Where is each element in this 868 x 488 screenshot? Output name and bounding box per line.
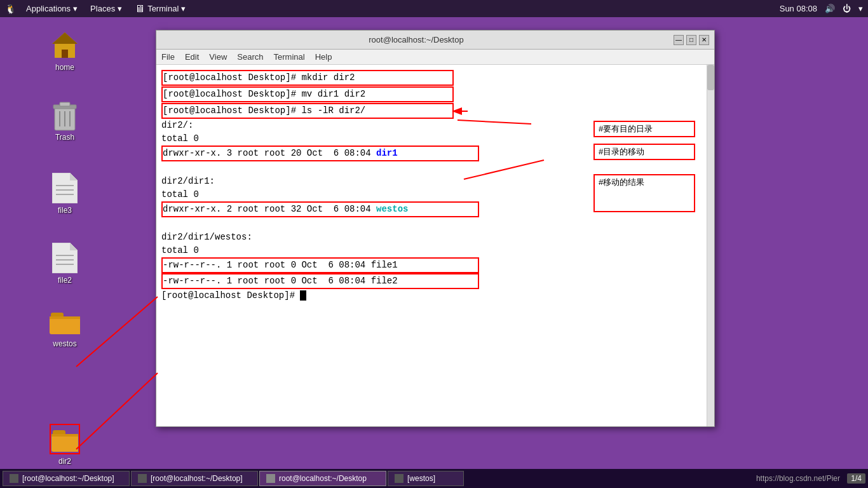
taskbar-item-2[interactable]: [root@localhost:~/Desktop] (131, 471, 258, 486)
trash-svg (50, 98, 80, 132)
taskbar-page: 1/4 (847, 473, 865, 484)
westos-folder-icon (50, 306, 80, 337)
terminal-label: Terminal (147, 4, 179, 13)
taskbar-url: https://blog.csdn.net/Pier 1/4 (756, 474, 865, 483)
cmd-line-2: [root@localhost Desktop]# mv dir1 dir2 (161, 86, 454, 102)
svg-rect-2 (62, 50, 68, 58)
file2-icon (50, 243, 80, 273)
close-button[interactable]: ✕ (699, 35, 709, 45)
topbar: 🐧 Applications ▾ Places ▾ 🖥 Terminal ▾ S… (0, 0, 868, 17)
annotation-1: #要有目的日录 (593, 121, 695, 137)
places-label: Places (90, 4, 115, 13)
terminal-window: root@localhost:~/Desktop — □ ✕ File Edit… (156, 30, 715, 427)
prompt-line: [root@localhost Desktop]# (161, 289, 709, 302)
menu-search[interactable]: Search (237, 52, 263, 62)
taskbar-icon-1 (10, 474, 18, 483)
menu-view[interactable]: View (209, 52, 227, 62)
taskbar-item-3[interactable]: root@localhost:~/Desktop (259, 471, 386, 486)
terminal-titlebar: root@localhost:~/Desktop — □ ✕ (156, 30, 714, 50)
annotation-2: #目录的移动 (593, 144, 695, 160)
taskbar-item-1[interactable]: [root@localhost:~/Desktop] (3, 471, 130, 486)
datetime: Sun 08:08 (780, 4, 817, 13)
taskbar: [root@localhost:~/Desktop] [root@localho… (0, 469, 868, 488)
desktop-icon-trash[interactable]: Trash (33, 100, 97, 142)
desktop-icon-file3[interactable]: file3 (33, 173, 97, 215)
maximize-button[interactable]: □ (686, 35, 696, 45)
svg-rect-20 (50, 316, 80, 334)
topbar-right: Sun 08:08 🔊 ⏻ ▾ (780, 4, 863, 13)
applications-label: Applications (26, 4, 71, 13)
places-chevron: ▾ (118, 4, 122, 13)
dir2-folder-svg (51, 425, 78, 453)
dir2-label: dir2 (58, 457, 71, 466)
scrollbar[interactable] (707, 65, 714, 426)
taskbar-label-1: [root@localhost:~/Desktop] (22, 474, 114, 483)
topbar-chevron: ▾ (858, 4, 863, 13)
terminal-chevron: ▾ (181, 4, 186, 13)
home-icon (50, 30, 80, 60)
volume-icon: 🔊 (825, 4, 835, 13)
output-line-8: total 0 (161, 244, 709, 257)
file2-svg (52, 243, 78, 273)
desktop-icon-file2[interactable]: file2 (33, 243, 97, 285)
taskbar-label-3: root@localhost:~/Desktop (279, 474, 367, 483)
file3-icon (50, 173, 80, 203)
taskbar-icon-3 (266, 474, 275, 483)
power-icon: ⏻ (843, 4, 851, 13)
file3-label: file3 (58, 206, 72, 215)
output-blank-1 (161, 161, 709, 175)
topbar-left: 🐧 Applications ▾ Places ▾ 🖥 Terminal ▾ (5, 2, 191, 16)
output-line-3: drwxr-xr-x. 3 root root 20 Oct 6 08:04 d… (161, 146, 479, 161)
file2-label: file2 (58, 276, 72, 285)
svg-rect-5 (60, 102, 70, 106)
taskbar-icon-4 (395, 474, 403, 483)
scrollbar-thumb[interactable] (707, 65, 714, 90)
output-line-10: -rw-r--r--. 1 root root 0 Oct 6 08:04 fi… (161, 273, 479, 289)
dir2-folder-icon (50, 424, 80, 454)
cmd-line-1: [root@localhost Desktop]# mkdir dir2 (161, 70, 454, 86)
menu-help[interactable]: Help (315, 52, 332, 62)
cursor (300, 290, 306, 301)
terminal-menubar: File Edit View Search Terminal Help (156, 50, 714, 65)
svg-rect-21 (50, 316, 80, 319)
applications-menu[interactable]: Applications ▾ (21, 3, 83, 15)
taskbar-label-2: [root@localhost:~/Desktop] (151, 474, 243, 483)
westos-label: westos (53, 339, 76, 348)
window-buttons: — □ ✕ (671, 35, 709, 45)
home-svg (50, 30, 80, 60)
menu-edit[interactable]: Edit (185, 52, 199, 62)
trash-icon (50, 100, 80, 130)
applications-chevron: ▾ (73, 4, 78, 13)
cmd-line-3: [root@localhost Desktop]# ls -lR dir2/ (161, 103, 454, 119)
minimize-button[interactable]: — (674, 35, 684, 45)
desktop-icon-home[interactable]: home (33, 30, 97, 72)
annotation-3: #移动的结果 (593, 174, 695, 212)
desktop-icon-westos[interactable]: westos (33, 306, 97, 348)
westos-folder-svg (50, 308, 80, 336)
menu-file[interactable]: File (161, 52, 175, 62)
taskbar-item-4[interactable]: [westos] (388, 471, 464, 486)
file3-svg (52, 173, 78, 203)
output-line-7: dir2/dir1/westos: (161, 231, 709, 244)
svg-rect-24 (51, 434, 78, 437)
output-line-6: drwxr-xr-x. 2 root root 32 Oct 6 08:04 w… (161, 201, 479, 217)
taskbar-label-4: [westos] (407, 474, 435, 483)
output-blank-2 (161, 217, 709, 231)
terminal-title: root@localhost:~/Desktop (161, 35, 671, 44)
distro-icon: 🐧 (5, 4, 16, 14)
output-line-9: -rw-r--r--. 1 root root 0 Oct 6 08:04 fi… (161, 257, 479, 273)
terminal-menu[interactable]: 🖥 Terminal ▾ (130, 2, 191, 16)
menu-terminal[interactable]: Terminal (274, 52, 305, 62)
svg-marker-1 (52, 32, 78, 44)
terminal-icon: 🖥 (135, 3, 145, 15)
home-label: home (55, 63, 74, 72)
taskbar-icon-2 (138, 474, 147, 483)
desktop-icon-dir2[interactable]: dir2 (33, 424, 97, 466)
trash-label: Trash (55, 133, 74, 142)
places-menu[interactable]: Places ▾ (85, 3, 127, 15)
desktop: home Trash file3 (0, 17, 868, 469)
svg-rect-23 (51, 434, 78, 452)
terminal-body[interactable]: [root@localhost Desktop]# mkdir dir2 [ro… (156, 65, 714, 426)
